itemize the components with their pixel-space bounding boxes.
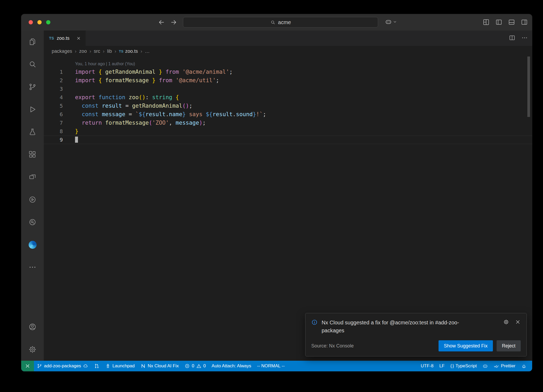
code-token[interactable]: sound bbox=[236, 111, 253, 117]
code-line[interactable]: 5 const result = getRandomAnimal(); bbox=[44, 102, 532, 110]
code-token[interactable]: } bbox=[159, 69, 162, 75]
code-token[interactable] bbox=[75, 120, 82, 126]
code-token[interactable] bbox=[172, 94, 176, 101]
code-token[interactable]: result bbox=[102, 103, 125, 109]
code-token[interactable] bbox=[75, 111, 82, 117]
code-token[interactable]: : bbox=[146, 94, 152, 101]
code-token[interactable]: } bbox=[253, 111, 256, 117]
code-token[interactable]: import bbox=[75, 69, 99, 75]
more-views-icon[interactable] bbox=[28, 263, 37, 272]
breadcrumb-lib[interactable]: lib bbox=[107, 49, 112, 54]
prettier-status[interactable]: Prettier bbox=[491, 361, 518, 371]
code-token[interactable]: export bbox=[75, 94, 99, 101]
code-line-content[interactable]: export function zoo(): string { bbox=[63, 93, 179, 102]
code-token[interactable]: '@acme/animal' bbox=[182, 69, 229, 75]
run-debug-icon[interactable] bbox=[28, 105, 37, 114]
code-line-content[interactable] bbox=[63, 85, 75, 93]
breadcrumb-file[interactable]: TS zoo.ts bbox=[119, 49, 138, 54]
settings-gear-icon[interactable] bbox=[28, 345, 37, 354]
git-branch-status[interactable]: add-zoo-packages bbox=[34, 361, 91, 371]
code-token[interactable]: { bbox=[99, 69, 102, 75]
code-line[interactable]: 2import { formatMessage } from '@acme/ut… bbox=[44, 76, 532, 85]
extensions-icon[interactable] bbox=[28, 150, 37, 159]
code-token[interactable] bbox=[75, 103, 82, 109]
testing-icon[interactable] bbox=[28, 128, 37, 136]
code-token[interactable]: string bbox=[152, 94, 172, 101]
code-line-content[interactable]: const message = `${result.name} says ${r… bbox=[63, 110, 266, 119]
line-number[interactable]: 8 bbox=[44, 127, 63, 136]
toggle-secondary-sidebar-button[interactable] bbox=[521, 19, 528, 27]
split-editor-button[interactable] bbox=[509, 34, 515, 42]
code-line[interactable]: 9 bbox=[44, 136, 532, 144]
code-token[interactable]: function bbox=[99, 94, 129, 101]
code-token[interactable]: getRandomAnimal bbox=[102, 69, 159, 75]
code-token[interactable]: '@acme/util' bbox=[176, 77, 216, 84]
edge-browser-icon[interactable] bbox=[28, 240, 37, 249]
minimize-window-button[interactable] bbox=[37, 20, 42, 24]
code-token[interactable]: ) bbox=[199, 120, 203, 126]
code-token[interactable]: getRandomAnimal bbox=[132, 103, 182, 109]
devtools-inspect-icon[interactable] bbox=[28, 218, 37, 227]
code-token[interactable]: 'ZOO' bbox=[152, 120, 169, 126]
eol-status[interactable]: LF bbox=[436, 361, 448, 371]
line-number[interactable]: 1 bbox=[44, 68, 63, 76]
breadcrumb-zoo[interactable]: zoo bbox=[79, 49, 87, 54]
notifications-bell[interactable] bbox=[518, 361, 529, 371]
code-token[interactable]: name bbox=[169, 111, 182, 117]
reject-button[interactable]: Reject bbox=[497, 340, 521, 351]
auto-attach-status[interactable]: Auto Attach: Always bbox=[209, 361, 254, 371]
line-number[interactable]: 7 bbox=[44, 119, 63, 127]
line-number[interactable]: 3 bbox=[44, 85, 63, 93]
code-token[interactable]: import bbox=[75, 77, 99, 84]
code-token[interactable]: formatMessage bbox=[102, 77, 152, 84]
accounts-icon[interactable] bbox=[28, 323, 37, 331]
code-token[interactable]: const bbox=[82, 103, 102, 109]
code-token[interactable]: ${ bbox=[206, 111, 212, 117]
language-status[interactable]: { } TypeScript bbox=[448, 361, 480, 371]
code-line[interactable]: 1import { getRandomAnimal } from '@acme/… bbox=[44, 68, 532, 76]
tab-zoo-ts[interactable]: TS zoo.ts bbox=[44, 31, 86, 46]
close-window-button[interactable] bbox=[29, 20, 33, 24]
code-token[interactable]: , bbox=[169, 120, 176, 126]
line-number[interactable]: 4 bbox=[44, 93, 63, 102]
nx-console-icon[interactable] bbox=[28, 195, 37, 204]
notification-close-button[interactable] bbox=[515, 319, 521, 326]
toggle-sidebar-button[interactable] bbox=[495, 19, 502, 27]
customize-layout-button[interactable] bbox=[483, 19, 490, 27]
vim-mode-status[interactable]: -- NORMAL -- bbox=[254, 361, 287, 371]
close-tab-button[interactable] bbox=[76, 36, 81, 41]
code-token[interactable]: result bbox=[212, 111, 233, 117]
code-token[interactable]: } bbox=[182, 111, 186, 117]
code-line-content[interactable]: import { formatMessage } from '@acme/uti… bbox=[63, 76, 219, 85]
code-token[interactable]: ` bbox=[135, 111, 139, 117]
remote-explorer-icon[interactable] bbox=[28, 173, 37, 181]
code-token[interactable]: from bbox=[155, 77, 176, 84]
explorer-icon[interactable] bbox=[28, 37, 37, 46]
code-line[interactable]: 4export function zoo(): string { bbox=[44, 93, 532, 102]
code-token[interactable]: message bbox=[176, 120, 199, 126]
code-token[interactable]: says bbox=[186, 111, 206, 117]
go-back-button[interactable] bbox=[158, 19, 165, 26]
breadcrumb-packages[interactable]: packages bbox=[52, 49, 72, 54]
code-token[interactable]: const bbox=[82, 111, 102, 117]
go-forward-button[interactable] bbox=[170, 19, 177, 26]
line-number[interactable]: 6 bbox=[44, 110, 63, 119]
code-line-content[interactable] bbox=[63, 136, 78, 144]
code-line[interactable]: 3 bbox=[44, 85, 532, 93]
code-line[interactable]: 6 const message = `${result.name} says $… bbox=[44, 110, 532, 119]
line-number[interactable]: 2 bbox=[44, 76, 63, 85]
nx-cloud-fix-status[interactable]: Nx Cloud AI Fix bbox=[138, 361, 182, 371]
copilot-status[interactable] bbox=[480, 361, 491, 371]
show-suggested-fix-button[interactable]: Show Suggested Fix bbox=[439, 340, 493, 351]
code-line-content[interactable]: } bbox=[63, 127, 78, 136]
code-token[interactable]: from bbox=[162, 69, 182, 75]
code-token[interactable]: = bbox=[125, 103, 132, 109]
search-sidebar-icon[interactable] bbox=[28, 60, 37, 69]
breadcrumb-symbol[interactable]: … bbox=[145, 49, 150, 54]
pull-request-status[interactable] bbox=[91, 361, 102, 371]
code-token[interactable]: ; bbox=[203, 120, 206, 126]
code-token[interactable]: return bbox=[82, 120, 105, 126]
problems-status[interactable]: 0 0 bbox=[182, 361, 209, 371]
code-token[interactable]: !` bbox=[256, 111, 263, 117]
zoom-window-button[interactable] bbox=[46, 20, 50, 24]
